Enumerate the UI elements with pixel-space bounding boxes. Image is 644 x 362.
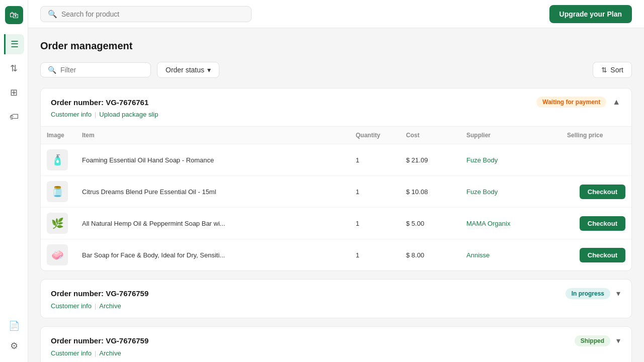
supplier-link-2[interactable]: Fuze Body [466,188,498,196]
topbar: 🔍 Upgrade your Plan [28,0,644,28]
link-separator-3: | [95,349,96,357]
col-header-qty: Quantity [350,127,400,144]
sidebar-item-tags[interactable]: 🏷 [4,107,24,127]
product-image-cell: 🧴 [41,144,76,176]
supplier-link-4[interactable]: Annisse [466,251,490,259]
col-header-item: Item [76,127,350,144]
main-content: 🔍 Upgrade your Plan Order management 🔍 O… [28,0,644,362]
table-header-row-1: Image Item Quantity Cost Supplier Sellin… [41,127,631,144]
sort-label: Sort [610,66,623,74]
col-header-cost: Cost [400,127,460,144]
product-cost-cell-2: $ 10.08 [400,176,460,208]
filter-icon: 🔍 [48,66,56,74]
product-qty-cell-4: 1 [350,239,400,271]
search-input[interactable] [61,10,244,18]
order-card-2: Order number: VG-7676759 In progress ▾ C… [40,279,632,318]
logo-icon: 🛍 [10,10,19,21]
customer-info-link-3[interactable]: Customer info [51,349,92,357]
upgrade-button[interactable]: Upgrade your Plan [549,5,632,23]
table-row: 🧴 Foaming Essential Oil Hand Soap - Roma… [41,144,631,176]
search-bar[interactable]: 🔍 [40,6,252,22]
product-supplier-cell-2: Fuze Body [460,176,561,208]
order-header-right-3: Shipped ▾ [575,335,621,346]
app-logo: 🛍 [5,6,23,24]
supplier-link-3[interactable]: MAMA Organix [466,220,510,227]
order-number-3: Order number: VG-7676759 [51,336,148,345]
checkout-button-4[interactable]: Checkout [580,248,625,262]
col-header-image: Image [41,127,76,144]
order-status-badge-1: Waiting for payment [536,97,606,108]
col-header-supplier: Supplier [460,127,561,144]
product-supplier-cell-1: Fuze Body [460,144,561,176]
page-title: Order management [40,40,632,52]
sidebar-item-products[interactable]: ⊞ [4,82,24,103]
order-collapse-btn-1[interactable]: ▲ [611,97,621,108]
order-status-badge-3: Shipped [575,335,610,346]
order-status-dropdown[interactable]: Order status ▾ [157,62,219,78]
product-price-cell-4: Checkout [561,239,631,271]
order-header-right-2: In progress ▾ [566,288,621,299]
product-image-1: 🧴 [47,149,68,170]
table-row: 🧼 Bar Soap for Face & Body, Ideal for Dr… [41,239,631,271]
product-image-cell: 🌿 [41,208,76,239]
product-qty-cell-1: 1 [350,144,400,176]
order-header-right-1: Waiting for payment ▲ [536,97,621,108]
product-cost-cell-1: $ 21.09 [400,144,460,176]
filter-input-wrap[interactable]: 🔍 [40,62,151,77]
product-qty-cell-3: 1 [350,208,400,239]
order-card-3: Order number: VG-7676759 Shipped ▾ Custo… [40,326,632,362]
order-card-1: Order number: VG-7676761 Waiting for pay… [40,88,632,271]
order-header-3: Order number: VG-7676759 Shipped ▾ [41,327,631,346]
order-table-1: Image Item Quantity Cost Supplier Sellin… [41,126,631,270]
product-name-cell-1: Foaming Essential Oil Hand Soap - Romanc… [76,144,350,176]
product-name-cell-4: Bar Soap for Face & Body, Ideal for Dry,… [76,239,350,271]
product-price-cell-1 [561,144,631,176]
checkout-button-2[interactable]: Checkout [580,185,625,199]
table-row: 🌿 All Natural Hemp Oil & Peppermint Soap… [41,208,631,239]
order-links-1: Customer info | Upload package slip [41,108,631,126]
product-supplier-cell-4: Annisse [460,239,561,271]
archive-link-2[interactable]: Archive [99,302,121,310]
sort-icon: ⇅ [601,66,607,74]
order-header-1: Order number: VG-7676761 Waiting for pay… [41,88,631,108]
product-image-cell: 🫙 [41,176,76,208]
checkout-button-3[interactable]: Checkout [580,216,625,231]
order-number-2: Order number: VG-7676759 [51,289,148,298]
supplier-link-1[interactable]: Fuze Body [466,156,498,164]
order-status-badge-2: In progress [566,288,610,299]
filter-bar: 🔍 Order status ▾ ⇅ Sort [40,62,632,78]
product-image-cell: 🧼 [41,239,76,271]
upload-package-slip-link-1[interactable]: Upload package slip [99,111,158,118]
sidebar-item-orders[interactable]: ☰ [4,34,24,54]
col-header-price: Selling price [561,127,631,144]
product-image-3: 🌿 [47,213,68,234]
order-links-3: Customer info | Archive [41,346,631,362]
sidebar-item-reports[interactable]: 📄 [4,316,24,336]
filter-input[interactable] [60,66,148,74]
sidebar: 🛍 ☰ ⇅ ⊞ 🏷 📄 ⚙ [0,0,28,362]
table-row: 🫙 Citrus Dreams Blend Pure Essential Oil… [41,176,631,208]
product-name-cell-3: All Natural Hemp Oil & Peppermint Soap B… [76,208,350,239]
product-price-cell-3: Checkout [561,208,631,239]
sidebar-item-analytics[interactable]: ⇅ [4,58,24,78]
order-status-label: Order status [166,66,204,74]
chevron-down-icon: ▾ [207,66,211,74]
product-name-cell-2: Citrus Dreams Blend Pure Essential Oil -… [76,176,350,208]
search-icon: 🔍 [48,10,57,19]
product-cost-cell-3: $ 5.00 [400,208,460,239]
product-price-cell-2: Checkout [561,176,631,208]
product-supplier-cell-3: MAMA Organix [460,208,561,239]
order-expand-btn-2[interactable]: ▾ [615,288,621,299]
product-qty-cell-2: 1 [350,176,400,208]
archive-link-3[interactable]: Archive [99,349,121,357]
product-cost-cell-4: $ 8.00 [400,239,460,271]
page-content: Order management 🔍 Order status ▾ ⇅ Sort… [28,28,644,362]
order-expand-btn-3[interactable]: ▾ [615,335,621,346]
product-image-4: 🧼 [47,244,68,265]
order-header-2: Order number: VG-7676759 In progress ▾ [41,280,631,299]
customer-info-link-1[interactable]: Customer info [51,111,92,118]
sort-button[interactable]: ⇅ Sort [593,62,632,78]
link-separator-1: | [95,111,96,118]
customer-info-link-2[interactable]: Customer info [51,302,92,310]
sidebar-item-settings[interactable]: ⚙ [4,336,24,356]
